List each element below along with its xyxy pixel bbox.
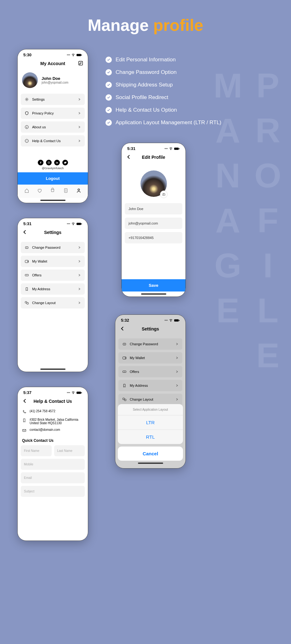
menu-label: Change Layout [32,301,75,305]
battery-icon [77,53,82,57]
svg-rect-27 [25,302,27,303]
page-title: Manage profile [0,0,291,44]
svg-rect-18 [162,194,165,196]
mobile-input[interactable]: Mobile [21,459,85,470]
svg-point-10 [48,162,49,163]
feature-text: Application Layout Management (LTR / RTL… [116,119,221,126]
check-icon [106,107,112,113]
nav-orders[interactable] [63,188,69,195]
menu-settings[interactable]: Settings [21,94,85,105]
screen-header: Help & Contact Us [18,396,88,406]
menu-label: My Address [32,287,75,291]
screen-title: Edit Profile [142,155,165,160]
nav-home[interactable] [24,188,30,195]
svg-rect-9 [48,162,49,164]
home-indicator [138,463,163,464]
first-name-input[interactable]: First Name [21,445,52,456]
svg-point-15 [78,189,80,191]
feature-text: Change Password Option [116,69,177,75]
save-button[interactable]: Save [122,279,185,291]
wallet-icon [25,259,29,264]
wifi-icon [71,222,75,225]
instagram-icon[interactable] [46,160,52,165]
chevron-right-icon [78,112,81,115]
svg-rect-16 [174,147,179,150]
logout-button[interactable]: Logout [18,172,88,185]
svg-rect-20 [77,223,81,225]
bottom-nav [18,185,88,198]
status-time: 5:31 [127,146,135,151]
svg-rect-39 [81,392,82,393]
menu-label: Settings [32,97,75,101]
edit-icon[interactable] [78,60,83,67]
svg-rect-25 [27,261,29,262]
svg-rect-1 [81,54,82,56]
menu-layout[interactable]: Change Layout [21,297,85,308]
check-icon [106,57,112,63]
menu-help[interactable]: Help & Contact Us [21,135,85,147]
phone-field[interactable]: +917016428845 [125,232,182,243]
key-icon [25,245,29,250]
email-input[interactable]: Email [21,472,85,483]
menu-wallet[interactable]: My Wallet [21,256,85,267]
nav-profile[interactable] [76,188,82,195]
screen-title: Settings [44,230,61,235]
gear-icon [25,97,29,102]
sheet-option-ltr[interactable]: LTR [118,415,183,430]
nav-wishlist[interactable] [37,188,43,195]
email-field[interactable]: john@yopmail.com [125,218,182,229]
menu-label: Offers [32,273,75,277]
avatar[interactable] [22,72,38,88]
social-links [18,157,88,167]
back-icon[interactable] [22,229,28,236]
svg-rect-24 [25,260,29,263]
chevron-right-icon [78,287,81,291]
sheet-cancel[interactable]: Cancel [118,447,183,461]
sheet-option-rtl[interactable]: RTL [118,430,183,444]
facebook-icon[interactable] [38,160,43,165]
screen-header: Settings [18,227,88,237]
chevron-right-icon [78,301,81,304]
status-bar: 5:31 •••• [18,218,88,227]
svg-point-6 [26,141,26,141]
info-icon [25,125,29,129]
menu-label: Change Password [32,246,75,249]
screen-title: Help & Contact Us [33,399,72,404]
wifi-icon [169,147,173,150]
svg-point-3 [26,99,27,100]
twitter-icon[interactable] [62,160,68,165]
chevron-right-icon [78,274,81,277]
linkedin-icon[interactable] [54,160,60,165]
camera-icon[interactable] [160,191,168,198]
svg-point-11 [49,162,49,162]
chevron-right-icon [78,125,81,129]
screen-title: My Account [40,61,65,66]
svg-point-23 [26,247,27,248]
svg-point-7 [26,141,27,141]
feature-list: Edit Personal Information Change Passwor… [106,57,221,132]
shield-icon [25,111,29,115]
menu-offers[interactable]: Offers [21,269,85,281]
menu-privacy[interactable]: Privacy Policy [21,108,85,119]
menu-about[interactable]: About us [21,121,85,133]
last-name-input[interactable]: Last Name [54,445,85,456]
nav-cart[interactable] [50,188,55,195]
status-bar: 5:37 •••• [18,387,88,396]
contact-address: #302 Brick Market, Jalsa California Unit… [30,418,83,425]
menu-change-password[interactable]: Change Password [21,242,85,253]
svg-rect-28 [27,303,28,304]
status-time: 5:37 [23,390,31,395]
back-icon[interactable] [22,398,28,405]
check-icon [106,69,112,75]
menu-address[interactable]: My Address [21,283,85,295]
name-field[interactable]: John Doe [125,203,182,214]
user-email: john@yopmail.com [42,81,68,84]
svg-rect-12 [56,162,56,164]
wifi-icon [71,391,75,394]
profile-section: John Doe john@yopmail.com [18,69,88,94]
chevron-right-icon [78,260,81,263]
back-icon[interactable] [126,154,132,161]
home-indicator [40,200,66,201]
subject-input[interactable]: Subject [21,486,85,497]
menu-label: My Wallet [32,259,75,263]
